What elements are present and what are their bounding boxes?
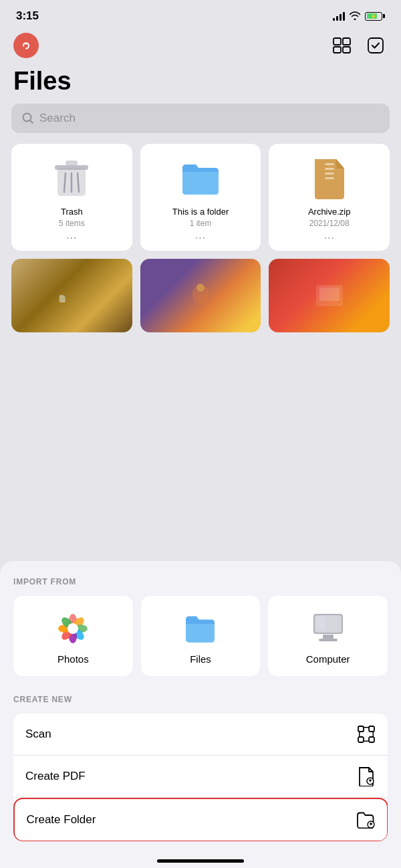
computer-import-icon bbox=[310, 611, 346, 647]
file-card-folder[interactable]: This is a folder 1 item ··· bbox=[140, 144, 261, 251]
files-grid: Trash 5 items ··· This is a folder 1 ite… bbox=[11, 144, 390, 251]
folder-icon bbox=[180, 160, 221, 196]
file-dots-zip[interactable]: ··· bbox=[323, 232, 334, 244]
file-name-folder: This is a folder bbox=[172, 207, 229, 217]
svg-text:📄: 📄 bbox=[58, 294, 67, 303]
signal-icon bbox=[333, 11, 345, 21]
svg-rect-10 bbox=[65, 160, 78, 166]
svg-rect-41 bbox=[369, 737, 374, 742]
photo-card-3[interactable] bbox=[269, 259, 390, 332]
bottom-sheet: IMPORT FROM Photos bbox=[0, 561, 401, 868]
file-dots-trash[interactable]: ··· bbox=[66, 232, 77, 244]
create-folder-icon bbox=[356, 810, 375, 829]
action-scan[interactable]: Scan bbox=[13, 714, 388, 756]
status-time: 3:15 bbox=[16, 9, 39, 23]
file-meta-folder: 1 item bbox=[190, 219, 212, 228]
app-logo bbox=[13, 33, 39, 58]
create-section-label: CREATE NEW bbox=[13, 695, 388, 704]
files-import-icon bbox=[182, 611, 219, 647]
select-button[interactable] bbox=[364, 33, 388, 58]
home-indicator bbox=[157, 859, 244, 863]
svg-rect-43 bbox=[364, 741, 369, 742]
photo-grid: 📄 bbox=[11, 259, 390, 332]
svg-rect-37 bbox=[316, 617, 325, 630]
file-card-trash[interactable]: Trash 5 items ··· bbox=[11, 144, 132, 251]
search-bar[interactable]: Search bbox=[11, 104, 390, 133]
trash-icon-area bbox=[48, 154, 95, 201]
file-name-trash: Trash bbox=[61, 207, 83, 217]
svg-point-21 bbox=[196, 284, 205, 292]
svg-rect-14 bbox=[325, 163, 334, 165]
svg-rect-36 bbox=[319, 639, 338, 641]
action-create-pdf[interactable]: Create PDF bbox=[13, 756, 388, 798]
wifi-icon bbox=[349, 11, 361, 22]
svg-rect-17 bbox=[325, 177, 334, 179]
svg-rect-16 bbox=[325, 173, 334, 175]
photo-card-1[interactable]: 📄 bbox=[11, 259, 132, 332]
status-icons: ⚡ bbox=[333, 11, 385, 22]
list-view-button[interactable] bbox=[330, 33, 354, 58]
status-bar: 3:15 ⚡ bbox=[0, 0, 401, 27]
svg-rect-3 bbox=[343, 38, 350, 45]
svg-rect-45 bbox=[373, 732, 374, 737]
svg-rect-44 bbox=[359, 732, 360, 737]
svg-rect-40 bbox=[358, 737, 364, 742]
svg-point-0 bbox=[19, 39, 33, 52]
svg-point-32 bbox=[68, 623, 78, 634]
photo-thumb-1: 📄 bbox=[11, 259, 132, 332]
page-title: Files bbox=[0, 62, 401, 104]
import-computer-label: Computer bbox=[306, 653, 350, 665]
svg-point-1 bbox=[25, 43, 27, 45]
action-scan-label: Scan bbox=[25, 728, 51, 741]
photo-thumb-2 bbox=[140, 259, 261, 332]
svg-rect-42 bbox=[364, 727, 369, 728]
import-files-label: Files bbox=[190, 653, 211, 665]
svg-rect-6 bbox=[368, 38, 383, 53]
zip-icon bbox=[311, 156, 348, 199]
file-card-zip[interactable]: Archive.zip 2021/12/08 ··· bbox=[269, 144, 390, 251]
svg-rect-4 bbox=[333, 47, 341, 53]
photo-card-2[interactable] bbox=[140, 259, 261, 332]
folder-icon-area bbox=[177, 154, 224, 201]
action-folder-label: Create Folder bbox=[27, 813, 96, 827]
header-icons bbox=[330, 29, 388, 62]
files-grid-container: Trash 5 items ··· This is a folder 1 ite… bbox=[0, 144, 401, 332]
import-files[interactable]: Files bbox=[141, 596, 261, 676]
zip-icon-area bbox=[306, 154, 353, 201]
file-meta-zip: 2021/12/08 bbox=[309, 219, 350, 228]
search-placeholder: Search bbox=[39, 112, 76, 125]
create-pdf-icon bbox=[357, 767, 376, 786]
import-section-label: IMPORT FROM bbox=[13, 577, 388, 586]
svg-rect-38 bbox=[358, 726, 364, 732]
file-meta-trash: 5 items bbox=[59, 219, 85, 228]
import-grid: Photos Files bbox=[13, 596, 388, 676]
svg-rect-23 bbox=[319, 288, 340, 301]
battery-icon: ⚡ bbox=[365, 12, 385, 21]
import-computer[interactable]: Computer bbox=[268, 596, 388, 676]
import-photos-label: Photos bbox=[57, 653, 89, 665]
photo-thumb-3 bbox=[269, 259, 390, 332]
search-icon bbox=[22, 112, 34, 124]
svg-rect-15 bbox=[325, 168, 334, 170]
import-photos[interactable]: Photos bbox=[13, 596, 133, 676]
action-pdf-label: Create PDF bbox=[25, 770, 86, 783]
svg-rect-2 bbox=[333, 38, 341, 45]
scan-icon bbox=[357, 725, 376, 744]
svg-rect-5 bbox=[343, 47, 350, 53]
svg-rect-35 bbox=[323, 635, 333, 639]
trash-icon bbox=[52, 157, 91, 199]
file-dots-folder[interactable]: ··· bbox=[195, 232, 206, 244]
svg-rect-9 bbox=[55, 165, 88, 170]
photos-import-icon bbox=[55, 611, 91, 647]
file-name-zip: Archive.zip bbox=[308, 207, 351, 217]
action-create-folder[interactable]: Create Folder bbox=[13, 798, 388, 842]
action-list: Scan Create PDF bbox=[13, 714, 388, 841]
svg-rect-39 bbox=[369, 726, 374, 732]
